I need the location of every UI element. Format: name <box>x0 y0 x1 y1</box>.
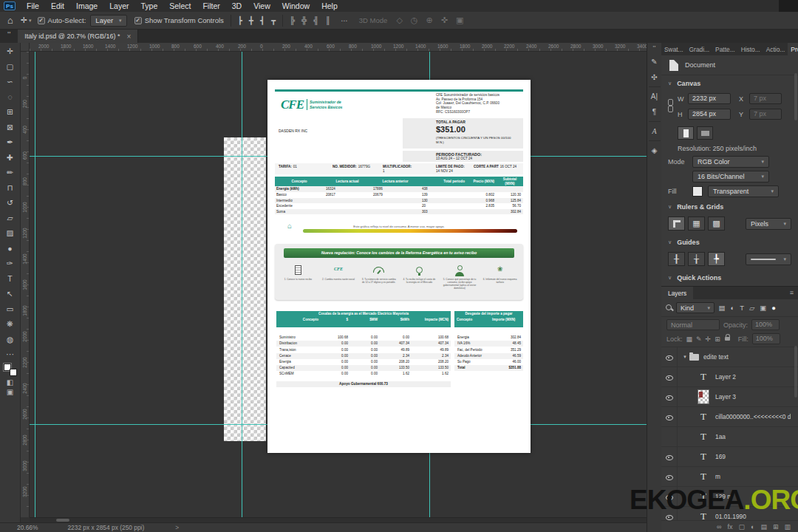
layer-filter-icon[interactable]: ▣ <box>759 304 768 312</box>
align-icon[interactable]: ╋ <box>249 16 253 24</box>
auto-select-checkbox[interactable]: ✓ <box>38 17 45 24</box>
tool-button[interactable]: ⊞ <box>2 104 18 120</box>
layer-effects-icon[interactable]: fx <box>727 523 732 531</box>
menu-item[interactable]: Window <box>276 1 316 10</box>
quick-actions-section-header[interactable]: ∨Quick Actions <box>661 270 798 285</box>
toggle-guides-button[interactable]: ╂ <box>668 252 685 266</box>
visibility-toggle[interactable] <box>661 467 678 486</box>
tool-button[interactable]: ↺ <box>2 195 18 211</box>
tool-button[interactable]: ▱ <box>2 211 18 226</box>
layer-row[interactable]: T m <box>661 467 798 487</box>
menu-item[interactable]: Edit <box>45 1 70 10</box>
brushes-icon[interactable]: ✣ <box>648 69 661 85</box>
status-options-arrow[interactable]: > <box>175 524 179 531</box>
tool-button[interactable]: T <box>2 271 18 287</box>
tool-button[interactable]: ● <box>2 241 18 256</box>
zoom-level-field[interactable]: 20.66% <box>17 524 38 531</box>
new-group-icon[interactable]: ▤ <box>760 523 767 531</box>
lock-option-icon[interactable]: ▦ <box>686 335 693 343</box>
fill-dropdown[interactable]: Transparent▾ <box>708 185 779 197</box>
align-icon[interactable]: ┳ <box>271 16 276 24</box>
visibility-toggle[interactable] <box>661 387 678 406</box>
color-mode-dropdown[interactable]: RGB Color▾ <box>692 156 769 168</box>
menu-item[interactable]: Filter <box>197 1 225 10</box>
horizontal-ruler[interactable]: 2000180016001400120010008006004002000200… <box>30 43 647 52</box>
lock-all-icon[interactable] <box>725 337 730 341</box>
landscape-orientation-button[interactable] <box>697 126 713 140</box>
clear-guides-button[interactable]: ╄ <box>708 252 725 266</box>
portrait-orientation-button[interactable] <box>678 126 694 140</box>
tab-actions[interactable]: Actio... <box>763 43 788 55</box>
link-dimensions-icon[interactable] <box>667 99 673 114</box>
menu-item[interactable]: Layer <box>103 1 134 10</box>
lock-guides-button[interactable]: ╁ <box>688 252 705 266</box>
layer-row[interactable]: Layer 3 <box>661 387 798 407</box>
document-tab[interactable]: Italy id.psd @ 20.7% (RGB/16) * × <box>18 30 138 43</box>
tool-button[interactable]: ↖ <box>2 286 18 301</box>
tab-patterns[interactable]: Patte... <box>712 43 738 55</box>
tool-button[interactable]: ⋯ <box>2 347 18 362</box>
visibility-toggle[interactable] <box>661 427 678 446</box>
layer-row[interactable]: T cilla0000000..<<<<<<<<0 d <box>661 407 798 427</box>
visibility-toggle[interactable] <box>661 487 678 506</box>
distribute-icon[interactable]: ╬ <box>301 16 307 24</box>
opacity-field[interactable]: 100% <box>751 319 780 330</box>
visibility-toggle[interactable] <box>661 367 678 386</box>
guides-section-header[interactable]: ∨Guides <box>661 234 798 250</box>
panel-menu-icon[interactable]: ≡ <box>785 287 798 299</box>
guide-style-dropdown[interactable]: ▾ <box>746 253 791 265</box>
tab-properties[interactable]: Properties <box>788 43 798 55</box>
tool-button[interactable]: ⊓ <box>2 180 18 196</box>
distribute-icon[interactable]: ╠ <box>290 16 295 24</box>
3d-panel-icon[interactable]: ◈ <box>648 143 661 158</box>
layers-scrollbar[interactable] <box>794 346 797 398</box>
menu-item[interactable]: Select <box>163 1 197 10</box>
background-color-swatch[interactable] <box>10 369 17 376</box>
layer-row[interactable]: T 169 <box>661 447 798 467</box>
menu-item[interactable]: 3D <box>226 1 248 10</box>
toggle-grid-button[interactable]: ▦ <box>688 216 705 231</box>
align-icon[interactable]: ┣ <box>238 16 242 24</box>
panel-scrollbar[interactable] <box>794 73 797 120</box>
tool-button[interactable]: ✒ <box>2 134 18 150</box>
link-layers-icon[interactable]: ∞ <box>717 523 721 531</box>
tab-histogram[interactable]: Histo... <box>738 43 763 55</box>
brush-settings-icon[interactable]: ✎ <box>648 54 661 69</box>
glyphs-panel-icon[interactable]: A <box>648 123 661 139</box>
paragraph-panel-icon[interactable]: ¶ <box>648 104 661 120</box>
layer-row[interactable]: T 1aa <box>661 427 798 447</box>
visibility-toggle[interactable] <box>661 407 678 426</box>
menu-item[interactable]: Help <box>316 1 344 10</box>
width-field[interactable]: 2232 px <box>688 93 731 104</box>
menu-item[interactable]: View <box>248 1 276 10</box>
height-field[interactable]: 2854 px <box>688 109 731 120</box>
layer-filter-icon[interactable]: ● <box>771 304 777 312</box>
tool-button[interactable]: ✚ <box>2 150 18 166</box>
menu-item[interactable]: Type <box>134 1 163 10</box>
color-swatches[interactable] <box>4 364 17 376</box>
layer-mask-icon[interactable]: ▢ <box>738 523 745 531</box>
home-icon[interactable]: ⌂ <box>7 15 13 26</box>
ruler-origin-corner[interactable] <box>21 43 30 52</box>
layer-row-group[interactable]: ▼ edite text <box>661 347 798 367</box>
show-transform-checkbox[interactable]: ✓ <box>134 17 142 24</box>
toggle-pixel-grid-button[interactable]: ▩ <box>708 216 725 231</box>
lock-option-icon[interactable]: ✎ <box>696 335 702 343</box>
layer-row[interactable]: T Layer 2 <box>661 367 798 387</box>
visibility-toggle[interactable] <box>661 447 678 466</box>
tool-button[interactable]: ▭ <box>2 301 18 317</box>
guide-vertical[interactable] <box>35 52 35 517</box>
expand-panels-icon[interactable]: '' <box>653 43 656 54</box>
layer-filter-icon[interactable]: ▤ <box>717 304 726 312</box>
tool-button[interactable]: ✏ <box>2 165 18 180</box>
auto-select-target-dropdown[interactable]: Layer ▾ <box>90 15 126 27</box>
lock-option-icon[interactable]: ⊞ <box>715 335 720 343</box>
delete-layer-icon[interactable]: ▥ <box>784 523 791 531</box>
collapse-panels-icon[interactable]: '' <box>0 30 18 43</box>
chevron-down-icon[interactable]: ▼ <box>683 355 687 359</box>
tool-button[interactable]: ▨ <box>2 225 18 241</box>
fill-color-swatch[interactable] <box>692 186 703 197</box>
menu-item[interactable]: File <box>21 1 45 10</box>
filter-kind-dropdown[interactable]: Kind▾ <box>676 302 715 313</box>
character-panel-icon[interactable]: A| <box>648 89 661 104</box>
